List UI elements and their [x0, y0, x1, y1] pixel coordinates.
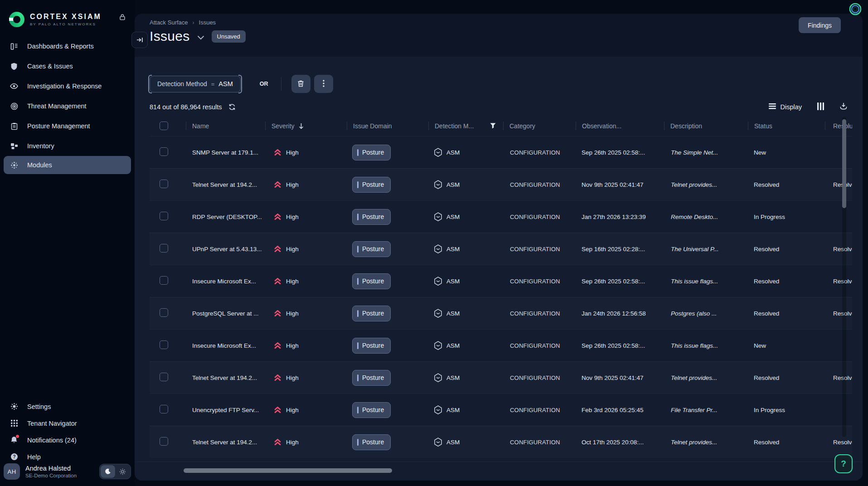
sidebar-item-settings[interactable]: Settings	[0, 398, 135, 415]
table-row[interactable]: Unencrypted FTP Serv... High Posture ASM…	[150, 394, 852, 426]
page-title: Issues	[150, 29, 190, 44]
sidebar-item-label: Investigation & Response	[27, 83, 102, 90]
table-row[interactable]: PostgreSQL Server at ... High Posture AS…	[150, 297, 852, 329]
results-row: 814 out of 86,964 results	[150, 103, 236, 111]
row-checkbox[interactable]	[160, 373, 168, 381]
category-label: CONFIGURATION	[510, 181, 576, 188]
filter-bar: Detection Method = ASM OR	[150, 75, 333, 93]
issue-domain-label: Posture	[362, 342, 384, 349]
column-header-description[interactable]: Description	[664, 116, 748, 136]
observation-timestamp: Sep 16th 2025 02:28:...	[582, 246, 664, 253]
sidebar-item-cases-issues[interactable]: Cases & Issues	[0, 56, 135, 76]
filter-chip-detection-method[interactable]: Detection Method = ASM	[150, 76, 241, 92]
severity-high-icon	[274, 310, 281, 317]
delete-filter-button[interactable]	[291, 75, 310, 93]
column-header-resolution[interactable]: Resolution	[825, 116, 852, 136]
sidebar-item-modules[interactable]: Modules	[4, 156, 131, 174]
table-row[interactable]: Insecure Microsoft Ex... High Posture AS…	[150, 265, 852, 297]
dark-mode-moon-icon[interactable]	[101, 465, 115, 478]
light-mode-sun-icon[interactable]	[115, 465, 130, 478]
row-checkbox[interactable]	[160, 147, 168, 156]
severity-label: High	[286, 214, 299, 220]
column-header-severity[interactable]: Severity	[265, 116, 347, 136]
description-text: This issue flags...	[671, 278, 748, 285]
sidebar-item-threat-management[interactable]: Threat Management	[0, 96, 135, 116]
badge-bar	[357, 407, 359, 413]
sidebar-item-investigation-response[interactable]: Investigation & Response	[0, 76, 135, 96]
row-checkbox[interactable]	[160, 180, 168, 188]
table-row[interactable]: RDP Server (DESKTOP... High Posture ASM …	[150, 200, 852, 233]
table-row[interactable]: SNMP Server at 179.1... High Posture ASM…	[150, 136, 852, 168]
horizontal-scrollbar[interactable]	[135, 462, 863, 481]
filter-operator: =	[211, 81, 215, 87]
observation-timestamp: Jan 24th 2026 12:56:58	[582, 310, 664, 317]
table-row[interactable]: Telnet Server at 194.2... High Posture A…	[150, 168, 852, 200]
sidebar-item-notifications[interactable]: Notifications (24)	[0, 432, 135, 448]
row-checkbox[interactable]	[160, 276, 168, 285]
select-all-checkbox[interactable]	[160, 122, 168, 130]
status-label: In Progress	[754, 214, 825, 220]
horizontal-scrollbar-thumb[interactable]	[184, 468, 392, 473]
column-header-status[interactable]: Status	[748, 116, 825, 136]
table-row[interactable]: Telnet Server at 194.2... High Posture A…	[150, 426, 852, 458]
sidebar-item-help[interactable]: ? Help	[0, 448, 135, 465]
sidebar-item-dashboards-reports[interactable]: Dashboards & Reports	[0, 36, 135, 56]
chevron-down-icon[interactable]	[197, 34, 204, 42]
display-button[interactable]: Display	[769, 103, 802, 111]
table-row[interactable]: Insecure Microsoft Ex... High Posture AS…	[150, 329, 852, 361]
row-checkbox[interactable]	[160, 340, 168, 349]
breadcrumb-issues[interactable]: Issues	[199, 19, 216, 26]
filter-more-options-button[interactable]	[314, 75, 333, 93]
row-checkbox[interactable]	[160, 212, 168, 220]
refresh-icon[interactable]	[228, 103, 236, 111]
severity-label: High	[286, 439, 299, 446]
detection-method-label: ASM	[446, 246, 460, 253]
download-button[interactable]	[839, 102, 848, 112]
collapse-panel-button[interactable]	[131, 32, 148, 48]
category-label: CONFIGURATION	[510, 407, 576, 413]
column-header-issue-domain[interactable]: Issue Domain	[347, 116, 428, 136]
column-header-category[interactable]: Category	[503, 116, 576, 136]
sidebar-item-posture-management[interactable]: Posture Management	[0, 116, 135, 136]
table-body: SNMP Server at 179.1... High Posture ASM…	[150, 136, 852, 458]
severity-high-icon	[274, 342, 281, 349]
row-checkbox[interactable]	[160, 437, 168, 446]
column-header-detection-method[interactable]: Detection M...	[428, 116, 503, 136]
sidebar-item-inventory[interactable]: Inventory	[0, 136, 135, 156]
help-fab-button[interactable]: ?	[834, 454, 853, 473]
breadcrumb-attack-surface[interactable]: Attack Surface	[150, 19, 188, 26]
observation-timestamp: Oct 17th 2025 20:08:...	[582, 439, 664, 446]
theme-toggle[interactable]	[99, 464, 131, 479]
vertical-scrollbar-thumb[interactable]	[842, 119, 846, 208]
table-row[interactable]: UPnP Server at 5.43.13... High Posture A…	[150, 233, 852, 265]
sidebar-item-tenant-navigator[interactable]: Tenant Navigator	[0, 415, 135, 432]
filter-connector[interactable]: OR	[260, 81, 268, 87]
severity-label: High	[286, 246, 299, 253]
severity-high-icon	[274, 374, 281, 381]
table-row[interactable]: Telnet Server at 194.2... High Posture A…	[150, 361, 852, 394]
main-content: Attack Surface › Issues Issues Unsaved F…	[135, 14, 863, 481]
sort-descending-icon[interactable]	[299, 123, 304, 129]
bell-icon	[10, 436, 18, 444]
avatar[interactable]: AH	[4, 463, 20, 480]
view-controls: Display	[769, 102, 848, 112]
row-checkbox[interactable]	[160, 405, 168, 413]
column-header-observation[interactable]: Observation...	[576, 116, 664, 136]
asm-hexagon-icon	[434, 309, 442, 318]
issue-name: Telnet Server at 194.2...	[192, 374, 265, 381]
issue-domain-label: Posture	[362, 181, 384, 188]
vertical-scrollbar[interactable]	[842, 117, 846, 437]
filter-funnel-icon[interactable]	[490, 123, 496, 129]
findings-button[interactable]: Findings	[799, 17, 841, 33]
row-checkbox[interactable]	[160, 308, 168, 317]
row-checkbox[interactable]	[160, 244, 168, 253]
column-header-name[interactable]: Name	[186, 116, 265, 136]
display-lines-icon	[769, 103, 776, 111]
user-row[interactable]: AH Andrea Halsted SE-Demo Corporation	[4, 463, 131, 480]
issue-name: Telnet Server at 194.2...	[192, 439, 265, 446]
issues-panel: Detection Method = ASM OR 814 out of 86,…	[135, 57, 863, 481]
columns-button[interactable]	[817, 102, 824, 112]
description-text: The Universal P...	[671, 246, 748, 253]
status-label: Resolved	[754, 278, 825, 285]
severity-high-icon	[274, 406, 281, 413]
